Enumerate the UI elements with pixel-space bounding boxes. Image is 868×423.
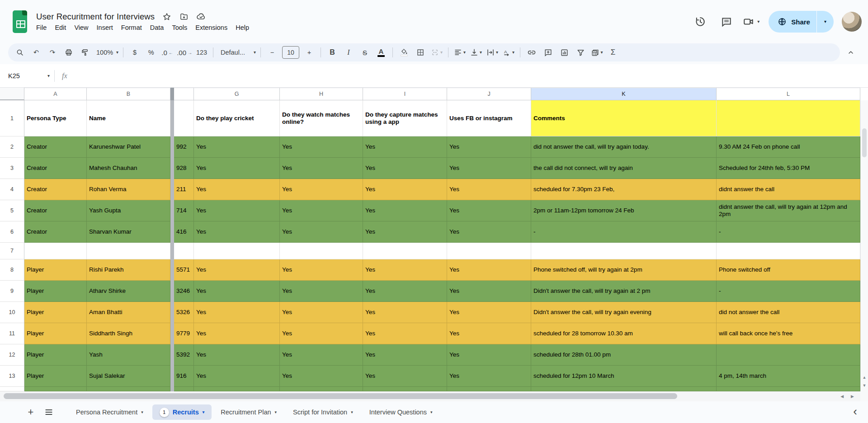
cell-K4[interactable]: scheduled for 7.30pm 23 Feb,: [531, 179, 717, 200]
cell-G12[interactable]: Yes: [194, 344, 280, 366]
cell-L12[interactable]: [717, 344, 860, 366]
cell-B10[interactable]: Aman Bhatti: [87, 302, 170, 323]
star-icon[interactable]: [162, 12, 172, 22]
cell-G7[interactable]: [194, 243, 280, 259]
cell-Hx[interactable]: [280, 387, 363, 391]
row-header-8[interactable]: 8: [0, 259, 24, 281]
borders-button[interactable]: [412, 46, 429, 59]
cell-H7[interactable]: [280, 243, 363, 259]
cell-J2[interactable]: Yes: [447, 136, 531, 158]
horizontal-align-button[interactable]: ▾: [452, 46, 468, 59]
cell-L9[interactable]: -: [717, 281, 860, 302]
add-sheet-button[interactable]: +: [22, 403, 40, 421]
comments-icon[interactable]: [717, 12, 736, 32]
cell-I1[interactable]: Do they capture matches using a app: [363, 100, 447, 136]
row-header-2[interactable]: 2: [0, 136, 24, 158]
strikethrough-button[interactable]: S: [357, 46, 373, 59]
cell-G9[interactable]: Yes: [194, 281, 280, 302]
insert-link-button[interactable]: [524, 46, 540, 59]
cell-Ix[interactable]: [363, 387, 447, 391]
cell-H9[interactable]: Yes: [280, 281, 363, 302]
cell-L10[interactable]: did not answer the call: [717, 302, 860, 323]
cell-A7[interactable]: [24, 243, 87, 259]
cell-K12[interactable]: scheduled for 28th 01.00 pm: [531, 344, 717, 366]
redo-button[interactable]: ↷: [44, 46, 61, 59]
column-header-A[interactable]: A: [24, 88, 87, 100]
functions-button[interactable]: Σ: [605, 46, 621, 59]
cell-K2[interactable]: did not answer the call, will try again …: [531, 136, 717, 158]
cell-F3[interactable]: 928: [174, 158, 194, 179]
bold-button[interactable]: B: [324, 46, 340, 59]
cell-H11[interactable]: Yes: [280, 323, 363, 344]
cell-G8[interactable]: Yes: [194, 259, 280, 281]
menu-item-help[interactable]: Help: [231, 23, 253, 32]
cell-G11[interactable]: Yes: [194, 323, 280, 344]
insert-chart-button[interactable]: [556, 46, 572, 59]
cell-G13[interactable]: Yes: [194, 366, 280, 387]
cell-H5[interactable]: Yes: [280, 200, 363, 221]
cell-I3[interactable]: Yes: [363, 158, 447, 179]
cell-F13[interactable]: 916: [174, 366, 194, 387]
fill-color-button[interactable]: [396, 46, 412, 59]
cell-I8[interactable]: Yes: [363, 259, 447, 281]
cell-F11[interactable]: 9779: [174, 323, 194, 344]
column-header-B[interactable]: B: [87, 88, 170, 100]
cell-H13[interactable]: Yes: [280, 366, 363, 387]
column-header-L[interactable]: L: [717, 88, 860, 100]
cell-L7[interactable]: [717, 243, 860, 259]
cell-J10[interactable]: Yes: [447, 302, 531, 323]
select-all-corner[interactable]: [0, 88, 24, 100]
cell-L5[interactable]: didnt answer the call, will try again at…: [717, 200, 860, 221]
row-header-10[interactable]: 10: [0, 302, 24, 323]
cell-Gx[interactable]: [194, 387, 280, 391]
cell-F1[interactable]: [174, 100, 194, 136]
row-header-1[interactable]: 1: [0, 100, 24, 136]
column-header-K[interactable]: K: [531, 88, 717, 100]
cell-A5[interactable]: Creator: [24, 200, 87, 221]
cell-L4[interactable]: didnt answer the call: [717, 179, 860, 200]
cell-B9[interactable]: Atharv Shirke: [87, 281, 170, 302]
vertical-scrollbar-thumb[interactable]: [862, 128, 867, 157]
cell-K6[interactable]: -: [531, 221, 717, 243]
cell-B5[interactable]: Yash Gupta: [87, 200, 170, 221]
cell-I9[interactable]: Yes: [363, 281, 447, 302]
format-percent-button[interactable]: %: [143, 46, 159, 59]
version-history-icon[interactable]: [690, 12, 710, 32]
cell-J11[interactable]: Yes: [447, 323, 531, 344]
cell-B11[interactable]: Siddharth Singh: [87, 323, 170, 344]
sheet-tab-interview-questions[interactable]: Interview Questions▾: [362, 404, 440, 420]
cloud-status-icon[interactable]: [196, 12, 206, 22]
cell-I5[interactable]: Yes: [363, 200, 447, 221]
cell-B1[interactable]: Name: [87, 100, 170, 136]
row-header-12[interactable]: 12: [0, 344, 24, 366]
cell-I4[interactable]: Yes: [363, 179, 447, 200]
number-format-button[interactable]: 123: [193, 46, 210, 59]
format-currency-button[interactable]: $: [127, 46, 143, 59]
hide-toolbar-chevron-icon[interactable]: [842, 43, 860, 61]
name-box[interactable]: K25 ▾: [0, 72, 54, 80]
column-header-H[interactable]: H: [280, 88, 363, 100]
cell-I12[interactable]: Yes: [363, 344, 447, 366]
column-header-G[interactable]: G: [194, 88, 280, 100]
increase-decimals-button[interactable]: .00→: [175, 46, 193, 59]
cell-Ax[interactable]: [24, 387, 87, 391]
horizontal-scrollbar-thumb[interactable]: [4, 393, 677, 399]
cell-B2[interactable]: Karuneshwar Patel: [87, 136, 170, 158]
cell-K3[interactable]: the call did not connect, will try again: [531, 158, 717, 179]
cell-Bx[interactable]: [87, 387, 170, 391]
cell-L8[interactable]: Phone switched off: [717, 259, 860, 281]
cell-F12[interactable]: 5392: [174, 344, 194, 366]
decrease-font-size-button[interactable]: −: [264, 46, 280, 59]
merge-cells-button[interactable]: ▾: [429, 46, 445, 59]
text-color-button[interactable]: A: [373, 46, 389, 59]
cell-B6[interactable]: Sharvan Kumar: [87, 221, 170, 243]
create-filter-button[interactable]: [572, 46, 589, 59]
cell-Kx[interactable]: [531, 387, 717, 391]
cell-A13[interactable]: Player: [24, 366, 87, 387]
cell-I7[interactable]: [363, 243, 447, 259]
row-header-11[interactable]: 11: [0, 323, 24, 344]
cell-L6[interactable]: -: [717, 221, 860, 243]
cell-F10[interactable]: 5326: [174, 302, 194, 323]
cell-K9[interactable]: Didn't answer the call, will try again a…: [531, 281, 717, 302]
cell-A8[interactable]: Player: [24, 259, 87, 281]
